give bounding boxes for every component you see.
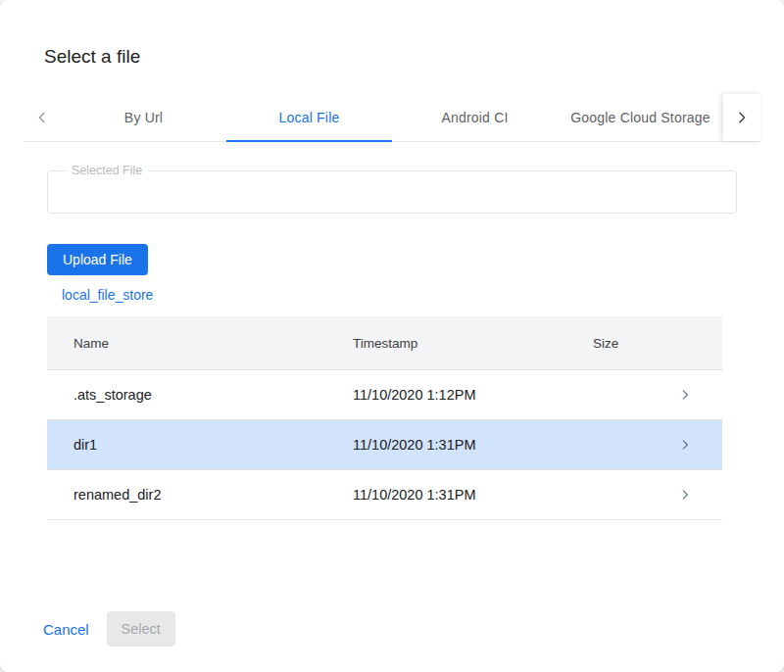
- file-name: dir1: [47, 437, 353, 453]
- tab-label: Android CI: [441, 110, 508, 125]
- file-name: .ats_storage: [47, 387, 353, 403]
- column-header-size: Size: [593, 336, 647, 351]
- tabs-scroll-left-button[interactable]: [24, 94, 61, 141]
- table-row-dir1[interactable]: dir1 11/10/2020 1:31PM: [47, 419, 722, 469]
- select-file-dialog: Select a file By Url Local File Android …: [0, 0, 784, 672]
- file-timestamp: 11/10/2020 1:31PM: [353, 437, 593, 453]
- tabs-scroll-right-button[interactable]: [723, 94, 760, 141]
- tab-bar: By Url Local File Android CI Google Clou…: [24, 94, 760, 142]
- dialog-actions: Cancel Select: [43, 611, 175, 647]
- select-button[interactable]: Select: [107, 611, 175, 647]
- tab-label: Local File: [279, 110, 340, 125]
- file-timestamp: 11/10/2020 1:12PM: [353, 387, 593, 403]
- tab-android-ci[interactable]: Android CI: [392, 94, 558, 141]
- selected-file-input[interactable]: [48, 171, 736, 213]
- table-row-renamed-dir2[interactable]: renamed_dir2 11/10/2020 1:31PM: [47, 469, 722, 520]
- chevron-right-icon: [734, 110, 750, 125]
- chevron-left-icon: [34, 110, 50, 125]
- chevron-right-icon: [678, 488, 692, 502]
- column-header-name: Name: [47, 336, 353, 351]
- chevron-right-icon: [678, 388, 692, 402]
- selected-file-label: Selected File: [66, 164, 148, 178]
- chevron-right-icon: [678, 438, 692, 452]
- open-row-button[interactable]: [647, 488, 722, 502]
- file-table: Name Timestamp Size .ats_storage 11/10/2…: [47, 316, 722, 520]
- table-row-ats-storage[interactable]: .ats_storage 11/10/2020 1:12PM: [47, 369, 722, 419]
- tab-label: Google Cloud Storage: [570, 110, 710, 125]
- tab-local-file[interactable]: Local File: [226, 94, 392, 141]
- column-header-timestamp: Timestamp: [353, 336, 593, 351]
- file-timestamp: 11/10/2020 1:31PM: [353, 487, 593, 503]
- selected-file-field: Selected File: [47, 170, 737, 214]
- tab-google-cloud-storage[interactable]: Google Cloud Storage: [558, 94, 723, 141]
- open-row-button[interactable]: [647, 438, 722, 452]
- tab-by-url[interactable]: By Url: [61, 94, 226, 141]
- dialog-title: Select a file: [44, 45, 784, 69]
- file-name: renamed_dir2: [47, 487, 353, 503]
- table-header-row: Name Timestamp Size: [47, 316, 722, 369]
- breadcrumb: local_file_store: [62, 287, 784, 303]
- cancel-button[interactable]: Cancel: [43, 621, 89, 638]
- tab-label: By Url: [124, 110, 163, 125]
- open-row-button[interactable]: [647, 388, 722, 402]
- upload-file-button[interactable]: Upload File: [47, 244, 148, 275]
- breadcrumb-local-file-store[interactable]: local_file_store: [62, 287, 153, 303]
